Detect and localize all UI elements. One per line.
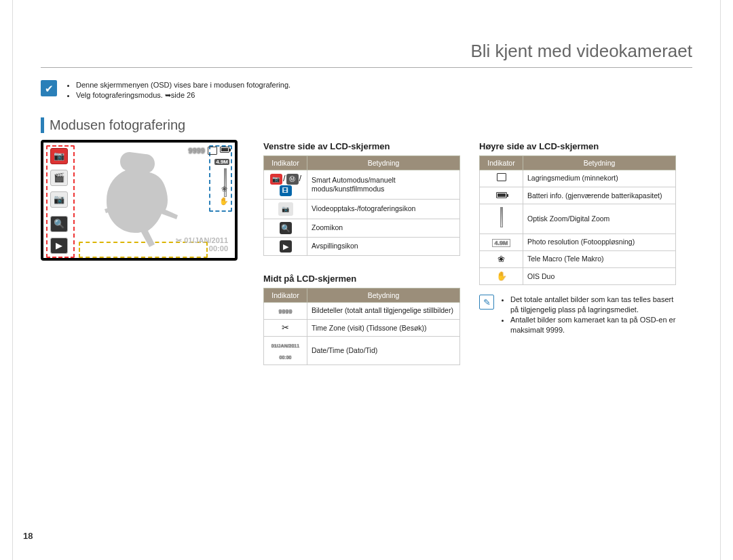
table-row: Lagringsmedium (minnekort) [480, 170, 676, 187]
note-line-1: Det totale antallet bilder som kan tas t… [510, 295, 676, 315]
right-indicator-table: Indikator Betydning Lagringsmedium (minn… [479, 155, 676, 286]
table-row: ✂ Time Zone (visit) (Tidssone (Besøk)) [264, 320, 460, 337]
ois-icon: ✋ [219, 197, 229, 206]
th-indicator: Indikator [264, 288, 307, 302]
cell-text: Photo resolution (Fotooppløsning) [523, 234, 676, 250]
mid-indicator-table: Indikator Betydning 9999 Bildeteller (to… [263, 288, 460, 365]
cell-text: Tele Macro (Tele Makro) [523, 250, 676, 267]
check-icon: ✔ [41, 80, 57, 96]
th-meaning: Betydning [523, 155, 676, 170]
section-heading: Modusen fotografering [41, 117, 692, 133]
left-indicator-table: Indikator Betydning 📷/Ⓜ/🎞 Smart Automodu… [263, 155, 460, 256]
cell-text: Viodeopptaks-/fotograferingsikon [307, 199, 460, 219]
left-table-heading: Venstre side av LCD-skjermen [263, 141, 460, 151]
mid-table-heading: Midt på LCD-skjermen [263, 274, 460, 284]
lcd-preview: 📷 🎬 📷 🔍 ▶ 9999 4.9M ❀ ✋ ✂ 01/JAN/2011 00… [41, 140, 238, 261]
th-indicator: Indikator [480, 155, 523, 170]
table-row: Optisk Zoom/Digital Zoom [480, 204, 676, 234]
cell-text: OIS Duo [523, 268, 676, 285]
datetime-icon-cell: 01/JAN/201100:00 [264, 337, 307, 365]
cell-text: Batteri info. (gjenværende batterikapasi… [523, 187, 676, 204]
cell-text: Smart Automodus/manuelt modus/kunstfilmm… [307, 170, 460, 199]
cell-text: Avspillingsikon [307, 237, 460, 255]
cell-text: Lagringsmedium (minnekort) [523, 170, 676, 187]
right-table-heading: Høyre side av LCD-skjermen [479, 141, 676, 151]
th-meaning: Betydning [307, 288, 460, 302]
intro-list: Denne skjermmenyen (OSD) vises bare i mo… [64, 80, 290, 101]
table-row: ▶ Avspillingsikon [264, 237, 460, 255]
th-meaning: Betydning [307, 155, 460, 170]
resolution-badge: 4.9M [214, 159, 229, 165]
mode-icons-cell: 📷/Ⓜ/🎞 [264, 170, 307, 199]
ois-icon-cell: ✋ [480, 268, 523, 285]
intro-line-2: Velg fotograferingsmodus. ➥side 26 [76, 90, 290, 100]
note-line-2: Antallet bilder som kameraet kan ta på O… [510, 315, 676, 335]
page-number: 18 [23, 531, 33, 541]
th-indicator: Indikator [264, 155, 307, 170]
timezone-icon-cell: ✂ [264, 320, 307, 337]
macro-icon: ❀ [219, 185, 229, 194]
battery-icon [220, 147, 229, 153]
table-row: ✋ OIS Duo [480, 268, 676, 285]
note-icon: ✎ [479, 295, 494, 310]
lcd-time: 00:00 [209, 244, 228, 253]
resolution-icon-cell: 4.9M [480, 234, 523, 250]
record-mode-icon: 📷 [50, 148, 68, 164]
battery-icon-cell [480, 187, 523, 204]
zoombar-icon-cell [480, 204, 523, 234]
table-row: ❀ Tele Macro (Tele Makro) [480, 250, 676, 267]
timezone-icon: ✂ [176, 236, 182, 244]
intro-line-1: Denne skjermmenyen (OSD) vises bare i mo… [76, 80, 290, 90]
zoom-icon: 🔍 [50, 216, 68, 232]
photo-mode-icon: 📷 [50, 191, 68, 208]
card-icon [208, 147, 217, 155]
image-counter: 9999 [189, 147, 205, 155]
table-row: 🔍 Zoomikon [264, 219, 460, 237]
counter-icon-cell: 9999 [264, 302, 307, 319]
video-mode-icon: 🎬 [50, 170, 68, 186]
page-title: Bli kjent med videokameraet [41, 41, 692, 68]
play-icon: ▶ [50, 238, 68, 254]
timezone-datetime: ✂ 01/JAN/2011 00:00 [176, 236, 228, 253]
table-row: 01/JAN/201100:00 Date/Time (Dato/Tid) [264, 337, 460, 365]
cell-text: Optisk Zoom/Digital Zoom [523, 204, 676, 234]
cell-text: Time Zone (visit) (Tidssone (Besøk)) [307, 320, 460, 337]
cell-text: Zoomikon [307, 219, 460, 237]
cell-text: Bildeteller (totalt antall tilgjengelige… [307, 302, 460, 319]
note-list: Det totale antallet bilder som kan tas t… [500, 295, 676, 335]
zoom-icon-cell: 🔍 [264, 219, 307, 237]
cell-text: Date/Time (Dato/Tid) [307, 337, 460, 365]
card-icon-cell [480, 170, 523, 187]
play-icon-cell: ▶ [264, 237, 307, 255]
table-row: 📷 Viodeopptaks-/fotograferingsikon [264, 199, 460, 219]
camera-icon-cell: 📷 [264, 199, 307, 219]
subject-silhouette [105, 151, 186, 253]
table-row: Batteri info. (gjenværende batterikapasi… [480, 187, 676, 204]
table-row: 4.9M Photo resolution (Fotooppløsning) [480, 234, 676, 250]
lcd-date: 01/JAN/2011 [184, 236, 228, 244]
table-row: 9999 Bildeteller (totalt antall tilgjeng… [264, 302, 460, 319]
table-row: 📷/Ⓜ/🎞 Smart Automodus/manuelt modus/kuns… [264, 170, 460, 199]
macro-icon-cell: ❀ [480, 250, 523, 267]
